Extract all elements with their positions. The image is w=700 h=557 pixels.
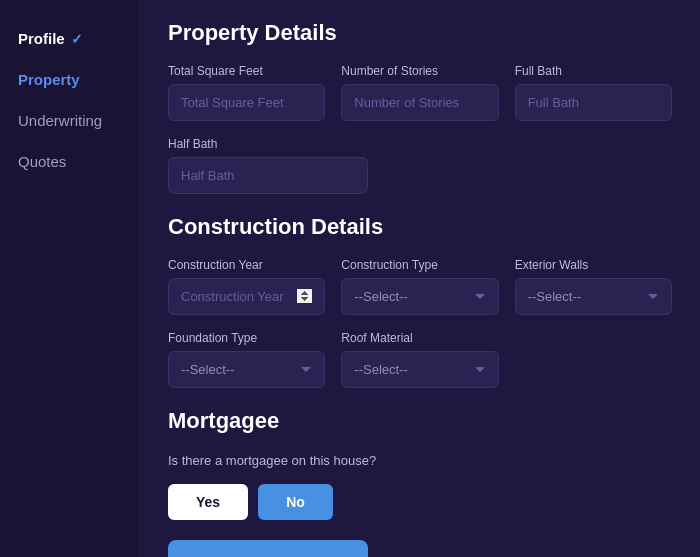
construction-year-wrapper [168,278,325,315]
half-bath-label: Half Bath [168,137,368,151]
foundation-type-label: Foundation Type [168,331,325,345]
profile-label: Profile [18,30,65,47]
check-icon: ✓ [71,31,83,47]
sidebar-item-property[interactable]: Property [10,61,129,98]
exterior-walls-label: Exterior Walls [515,258,672,272]
empty-group [515,331,672,388]
construction-details-title: Construction Details [168,214,672,240]
sidebar-item-underwriting[interactable]: Underwriting [10,102,129,139]
half-bath-group: Half Bath [168,137,368,194]
number-of-stories-input[interactable] [341,84,498,121]
exterior-walls-group: Exterior Walls --Select-- [515,258,672,315]
exterior-walls-select[interactable]: --Select-- [515,278,672,315]
property-row-2: Half Bath [168,137,672,194]
property-label: Property [18,71,80,88]
construction-divider: Construction Details [168,214,672,240]
foundation-type-select[interactable]: --Select-- [168,351,325,388]
property-row-1: Total Square Feet Number of Stories Full… [168,64,672,121]
mortgagee-title: Mortgagee [168,408,672,434]
construction-year-label: Construction Year [168,258,325,272]
total-square-feet-group: Total Square Feet [168,64,325,121]
mortgagee-toggle-group: Yes No [168,484,672,520]
underwriting-label: Underwriting [18,112,102,129]
mortgagee-no-button[interactable]: No [258,484,333,520]
quotes-label: Quotes [18,153,66,170]
total-square-feet-label: Total Square Feet [168,64,325,78]
construction-row-1: Construction Year Construction Type --Se… [168,258,672,315]
mortgagee-question: Is there a mortgagee on this house? [168,452,672,470]
construction-year-group: Construction Year [168,258,325,315]
main-content: Property Details Total Square Feet Numbe… [140,0,700,557]
total-square-feet-input[interactable] [168,84,325,121]
full-bath-label: Full Bath [515,64,672,78]
construction-row-2: Foundation Type --Select-- Roof Material… [168,331,672,388]
number-of-stories-group: Number of Stories [341,64,498,121]
half-bath-input[interactable] [168,157,368,194]
sidebar-item-quotes[interactable]: Quotes [10,143,129,180]
construction-type-label: Construction Type [341,258,498,272]
construction-type-select[interactable]: --Select-- [341,278,498,315]
roof-material-label: Roof Material [341,331,498,345]
mortgagee-yes-button[interactable]: Yes [168,484,248,520]
sidebar-item-profile[interactable]: Profile ✓ [10,20,129,57]
roof-material-group: Roof Material --Select-- [341,331,498,388]
foundation-type-group: Foundation Type --Select-- [168,331,325,388]
construction-type-group: Construction Type --Select-- [341,258,498,315]
full-bath-group: Full Bath [515,64,672,121]
property-details-title: Property Details [168,20,672,46]
mortgagee-divider: Mortgagee [168,408,672,434]
next-button[interactable]: Next → [168,540,368,557]
construction-year-input[interactable] [168,278,325,315]
roof-material-select[interactable]: --Select-- [341,351,498,388]
full-bath-input[interactable] [515,84,672,121]
sidebar: Profile ✓ Property Underwriting Quotes [0,0,140,557]
number-of-stories-label: Number of Stories [341,64,498,78]
